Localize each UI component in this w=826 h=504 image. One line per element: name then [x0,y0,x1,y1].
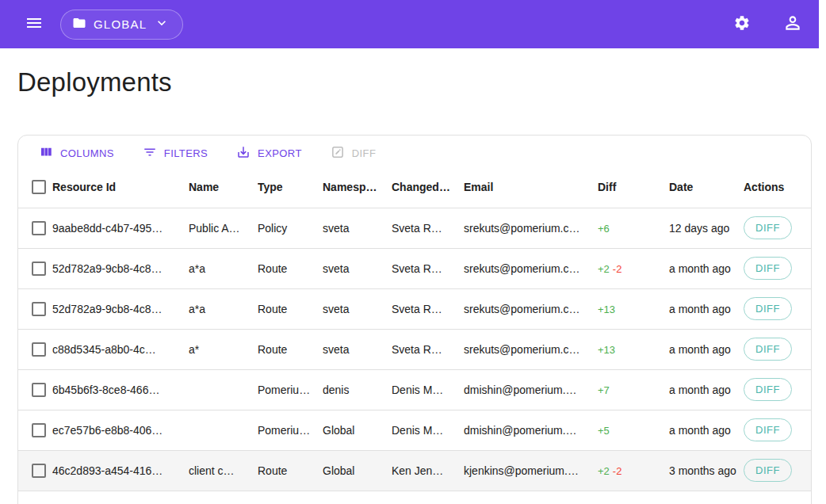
filters-button[interactable]: FILTERS [133,140,217,166]
row-checkbox[interactable] [32,302,46,316]
cell-type: Route [258,450,323,491]
table-header-row: Resource IdNameTypeNamesp…Changed…EmailD… [18,167,811,208]
table-row[interactable]: 9aabe8dd-c4b7-495…Public A…PolicysvetaSv… [18,208,811,248]
hamburger-icon [25,13,44,35]
row-diff-button[interactable]: DIFF [744,257,792,280]
cell-namespace: sveta [323,288,392,329]
settings-button[interactable] [733,14,751,34]
cell-namespace: sveta [323,208,392,248]
table-row[interactable]: 52d782a9-9cb8-4c8…a*aRoutesvetaSveta R…s… [18,288,811,329]
column-header-changed-by[interactable]: Changed… [392,167,464,208]
cell-actions: DIFF [744,450,811,491]
diff-additions: +13 [598,344,615,356]
page-title: Deployments [17,67,172,97]
cell-date: a month ago [669,329,744,369]
row-checkbox-cell [18,208,52,248]
cell-name: client c… [189,450,258,491]
row-checkbox[interactable] [32,342,46,357]
column-header-date[interactable]: Date [669,167,744,208]
table-body: 9aabe8dd-c4b7-495…Public A…PolicysvetaSv… [18,208,811,491]
cell-email: kjenkins@pomerium.… [464,450,598,491]
row-checkbox[interactable] [32,221,46,235]
cell-email: srekuts@pomerium.c… [464,208,598,248]
diff-deletions: -2 [613,465,622,477]
cell-resource-id: c88d5345-a8b0-4c… [52,329,189,369]
namespace-label: GLOBAL [94,17,147,31]
row-checkbox-cell [18,369,52,410]
diff-additions: +2 [598,465,610,477]
diff-deletions: -2 [613,263,622,275]
filters-button-label: FILTERS [164,147,208,159]
cell-name: Public A… [189,208,258,248]
cell-type: Pomeriu… [258,410,323,450]
column-header-type[interactable]: Type [258,167,323,208]
gear-icon [733,14,751,34]
column-header-diff[interactable]: Diff [598,167,669,208]
cell-type: Route [258,248,323,288]
table-row[interactable]: c88d5345-a8b0-4c…a*RoutesvetaSveta R…sre… [18,329,811,369]
row-checkbox[interactable] [32,423,46,437]
row-checkbox-cell [18,248,52,288]
columns-button-label: COLUMNS [60,147,114,159]
table-row[interactable]: ec7e57b6-e8b8-406…Pomeriu…GlobalDenis M…… [18,410,811,450]
export-button[interactable]: EXPORT [227,140,312,166]
app-bar: GLOBAL [0,0,819,48]
cell-diff: +13 [598,329,669,369]
row-diff-button[interactable]: DIFF [744,418,792,441]
row-diff-button[interactable]: DIFF [744,378,792,401]
user-button[interactable] [782,13,803,36]
cell-name: a*a [189,288,258,329]
diff-additions: +7 [598,384,610,396]
cell-changed-by: Sveta R… [392,329,464,369]
cell-diff: +7 [598,369,669,410]
row-diff-button[interactable]: DIFF [744,459,792,482]
row-checkbox-cell [18,410,52,450]
row-diff-button[interactable]: DIFF [744,216,792,239]
table-row[interactable]: 6b45b6f3-8ce8-466…Pomeriu…denisDenis M…d… [18,369,811,410]
user-icon [782,13,803,36]
edit-diff-icon [331,145,345,162]
cell-date: a month ago [669,248,744,288]
cell-resource-id: 52d782a9-9cb8-4c8… [52,248,189,288]
column-header-actions[interactable]: Actions [744,167,811,208]
cell-diff: +6 [598,208,669,248]
row-checkbox[interactable] [32,464,46,478]
cell-actions: DIFF [744,208,811,248]
menu-button[interactable] [25,13,44,35]
cell-email: srekuts@pomerium.c… [464,329,598,369]
diff-toolbar-button[interactable]: DIFF [321,140,385,166]
cell-resource-id: 6b45b6f3-8ce8-466… [52,369,189,410]
deployments-table: Resource IdNameTypeNamesp…Changed…EmailD… [18,167,811,491]
table-row[interactable]: 52d782a9-9cb8-4c8…a*aRoutesvetaSveta R…s… [18,248,811,288]
table-toolbar: COLUMNS FILTERS EXPORT DIFF [18,136,811,167]
cell-resource-id: 9aabe8dd-c4b7-495… [52,208,189,248]
columns-button[interactable]: COLUMNS [29,140,124,166]
row-checkbox-cell [18,450,52,491]
row-diff-button[interactable]: DIFF [744,297,792,320]
row-diff-button[interactable]: DIFF [744,338,792,361]
column-header-namespace[interactable]: Namesp… [323,167,392,208]
table-row[interactable]: 46c2d893-a454-416…client c…RouteGlobalKe… [18,450,811,491]
row-checkbox[interactable] [32,262,46,276]
chevron-down-icon [154,15,170,34]
column-header-resource-id[interactable]: Resource Id [52,167,189,208]
cell-type: Route [258,288,323,329]
row-checkbox-cell [18,288,52,329]
filter-icon [143,145,157,162]
select-all-checkbox[interactable] [32,180,46,194]
namespace-selector[interactable]: GLOBAL [60,10,183,40]
columns-icon [39,145,53,162]
diff-additions: +5 [598,425,610,437]
column-header-email[interactable]: Email [464,167,598,208]
cell-resource-id: 46c2d893-a454-416… [52,450,189,491]
cell-diff: +2-2 [598,248,669,288]
column-header-name[interactable]: Name [189,167,258,208]
cell-date: a month ago [669,369,744,410]
cell-email: dmishin@pomerium.… [464,369,598,410]
cell-date: 12 days ago [669,208,744,248]
diff-additions: +13 [598,304,615,315]
cell-actions: DIFF [744,329,811,369]
row-checkbox[interactable] [32,383,46,397]
cell-actions: DIFF [744,288,811,329]
export-button-label: EXPORT [258,147,302,159]
